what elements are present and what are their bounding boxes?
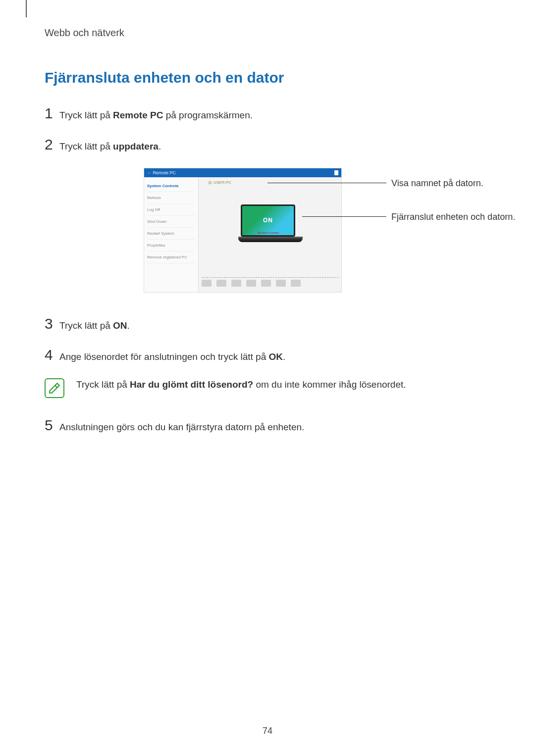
mock-titlebar: ← Remote PC <box>144 168 341 177</box>
callout-text: Fjärranslut enheten och datorn. <box>391 212 515 222</box>
text: om du inte kommer ihåg lösenordet. <box>253 379 406 390</box>
text: Tryck lätt på <box>59 320 113 331</box>
step-number: 1 <box>45 106 59 121</box>
step-number: 3 <box>45 316 59 331</box>
sidebar-item: Shut Down <box>147 216 195 228</box>
step-2: 2 Tryck lätt på uppdatera. <box>45 137 490 153</box>
bold-text: uppdatera <box>113 141 159 151</box>
sidebar-item: Remove registered PC <box>147 252 195 263</box>
pc-name: USER-PC <box>214 180 231 185</box>
sidebar-item: Refresh <box>147 192 195 204</box>
figure: ← Remote PC System Controls Refresh Log … <box>45 168 490 297</box>
text: Tryck lätt på <box>76 379 130 390</box>
callout-text: Visa namnet på datorn. <box>391 178 483 188</box>
step-number: 4 <box>45 348 59 362</box>
mock-sidebar: System Controls Refresh Log Off Shut Dow… <box>144 177 199 292</box>
bold-text: OK <box>268 352 283 362</box>
laptop-screen: ON Tap here to connect <box>241 204 295 237</box>
callout-remote-connect: Fjärranslut enheten och datorn. <box>391 211 515 223</box>
step-text: Tryck lätt på uppdatera. <box>59 140 161 153</box>
section-title: Fjärransluta enheten och en dator <box>45 69 490 86</box>
mock-title: ← Remote PC <box>147 170 176 175</box>
step-text: Ange lösenordet för anslutningen och try… <box>59 351 285 364</box>
step-text: Tryck lätt på ON. <box>59 319 130 333</box>
step-text: Anslutningen görs och du kan fjärrstyra … <box>59 421 304 434</box>
step-number: 5 <box>45 418 59 433</box>
thumb <box>246 280 256 287</box>
laptop-base <box>238 238 303 242</box>
note-icon <box>45 378 64 398</box>
bold-text: ON <box>113 320 127 331</box>
thumb <box>276 280 286 287</box>
tap-hint: Tap here to connect <box>257 231 279 234</box>
step-5: 5 Anslutningen görs och du kan fjärrstyr… <box>45 418 490 434</box>
callout-pc-name: Visa namnet på datorn. <box>391 178 483 189</box>
thumb <box>291 280 301 287</box>
sidebar-item: Log Off <box>147 204 195 216</box>
step-number: 2 <box>45 137 59 152</box>
step-4: 4 Ange lösenordet för anslutningen och t… <box>45 348 490 364</box>
breadcrumb: Webb och nätverk <box>45 27 490 39</box>
text: Tryck lätt på <box>59 110 113 120</box>
page-cut-mark <box>26 0 27 17</box>
text: Ange lösenordet för anslutningen och try… <box>59 352 268 362</box>
pencil-icon <box>48 382 61 395</box>
step-3: 3 Tryck lätt på ON. <box>45 316 490 333</box>
sidebar-item: Restart System <box>147 228 195 240</box>
sidebar-item: System Controls <box>147 180 195 192</box>
bold-text: Remote PC <box>113 110 163 120</box>
step-text: Tryck lätt på Remote PC på programskärme… <box>59 109 253 122</box>
text: . <box>283 352 285 362</box>
step-1: 1 Tryck lätt på Remote PC på programskär… <box>45 106 490 122</box>
on-badge: ON <box>263 216 273 223</box>
thumb <box>231 280 241 287</box>
menu-icon <box>334 170 338 175</box>
text: på programskärmen. <box>163 110 253 120</box>
note: Tryck lätt på Har du glömt ditt lösenord… <box>45 378 490 398</box>
mock-body: System Controls Refresh Log Off Shut Dow… <box>144 177 341 292</box>
callout-line <box>302 216 386 217</box>
mock-pc-label: USER-PC <box>209 180 231 185</box>
callout-line <box>268 183 386 183</box>
text: . <box>127 320 130 331</box>
status-dot-icon <box>209 181 212 184</box>
thumb <box>261 280 271 287</box>
note-text: Tryck lätt på Har du glömt ditt lösenord… <box>76 378 406 392</box>
tablet-mock: ← Remote PC System Controls Refresh Log … <box>144 168 342 293</box>
page-number: 74 <box>0 726 535 736</box>
text: . <box>159 141 161 151</box>
thumb-strip <box>202 277 338 289</box>
thumb <box>202 280 212 287</box>
thumb <box>216 280 226 287</box>
bold-text: Har du glömt ditt lösenord? <box>130 379 253 390</box>
text: Tryck lätt på <box>59 141 113 151</box>
laptop-illustration: ON Tap here to connect <box>238 204 298 242</box>
mock-main: USER-PC ON Tap here to connect <box>199 177 341 292</box>
sidebar-item: Properties <box>147 240 195 252</box>
